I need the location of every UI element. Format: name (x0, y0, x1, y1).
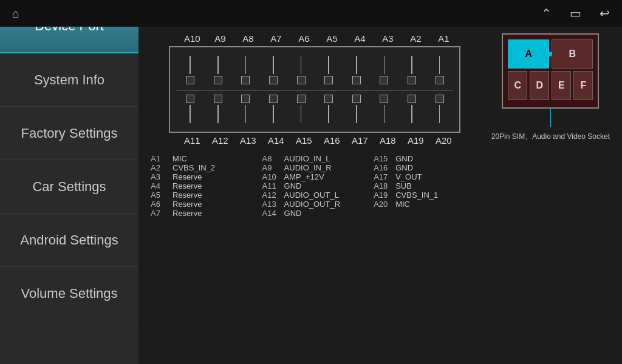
socket-diagram: A B C D E F (502, 33, 599, 109)
socket-row-1: A B (508, 39, 593, 69)
pin-entry: A17V_OUT (374, 172, 479, 181)
sidebar-item-android-settings[interactable]: Android Settings (0, 214, 138, 267)
socket-cell-f[interactable]: F (573, 71, 593, 100)
pin-cell (259, 95, 287, 123)
pin-cell (398, 56, 426, 84)
pin-cell (176, 56, 204, 84)
pin-legend: A1MIC A2CVBS_IN_2 A3Reserve A4Reserve A5… (151, 154, 479, 218)
sidebar-item-car-settings[interactable]: Car Settings (0, 160, 138, 214)
pin-cell (343, 56, 371, 84)
up-icon[interactable]: ⌃ (541, 6, 552, 21)
pin-entry: A10AMP_+12V (262, 172, 368, 181)
socket-area: A B C D E F 20Pin SIM、Audio and Video So… (491, 33, 610, 142)
pin-entry: A19CVBS_IN_1 (374, 190, 479, 200)
pin-cell (204, 95, 232, 123)
pin-cell (343, 95, 371, 123)
pin-cell (204, 56, 232, 84)
sidebar-item-factory-settings[interactable]: Factory Settings (0, 107, 138, 160)
connector-box (169, 46, 460, 133)
pin-entry: A7Reserve (151, 209, 256, 218)
pin-cell (315, 95, 343, 123)
pin-cell (232, 56, 260, 84)
sidebar-item-system-info[interactable]: System Info (0, 53, 138, 107)
socket-cell-c[interactable]: C (508, 71, 527, 100)
pin-cell (315, 56, 343, 84)
pin-entry: A3Reserve (151, 172, 256, 181)
topbar: ⌂ ⌃ ▭ ↩ (0, 0, 622, 27)
sidebar: Device Port System Info Factory Settings… (0, 0, 138, 364)
pin-cell (259, 56, 287, 84)
bottom-labels: A11 A12 A13 A14 A15 A16 A17 A18 A19 A20 (151, 135, 479, 146)
main-content: A10 A9 A8 A7 A6 A5 A4 A3 A2 A1 (138, 0, 622, 364)
pin-cell (371, 56, 398, 84)
pin-entry: A16GND (374, 163, 479, 172)
back-icon[interactable]: ↩ (600, 6, 610, 21)
pin-legend-col2: A8AUDIO_IN_L A9AUDIO_IN_R A10AMP_+12V A1… (262, 154, 368, 218)
socket-connection-line (550, 109, 552, 127)
pin-entry: A4Reserve (151, 181, 256, 190)
pin-cell (371, 95, 398, 123)
socket-cell-d[interactable]: D (530, 71, 549, 100)
pin-entry: A13AUDIO_OUT_R (262, 200, 368, 209)
connector-diagram: A10 A9 A8 A7 A6 A5 A4 A3 A2 A1 (151, 33, 479, 218)
pin-entry: A15GND (374, 154, 479, 163)
pin-entry: A11GND (262, 181, 368, 190)
pin-cell (287, 56, 315, 84)
pin-legend-col3: A15GND A16GND A17V_OUT A18SUB A19CVBS_IN… (374, 154, 479, 218)
pin-cell (232, 95, 260, 123)
socket-row-2: C D E F (508, 71, 593, 100)
pin-entry: A8AUDIO_IN_L (262, 154, 368, 163)
socket-cell-e[interactable]: E (552, 71, 571, 100)
pin-entry: A12AUDIO_OUT_L (262, 190, 368, 200)
pin-entry: A6Reserve (151, 200, 256, 209)
window-icon[interactable]: ▭ (570, 6, 581, 21)
top-labels: A10 A9 A8 A7 A6 A5 A4 A3 A2 A1 (151, 33, 479, 44)
sidebar-item-volume-settings[interactable]: Volume Settings (0, 267, 138, 320)
pin-cell (426, 56, 454, 84)
pin-legend-col1: A1MIC A2CVBS_IN_2 A3Reserve A4Reserve A5… (151, 154, 256, 218)
pin-cell (398, 95, 426, 123)
pin-cell (287, 95, 315, 123)
pin-entry: A1MIC (151, 154, 256, 163)
bottom-pin-row (176, 91, 453, 127)
pin-entry: A5Reserve (151, 190, 256, 200)
socket-cell-a[interactable]: A (508, 39, 549, 69)
pin-entry: A20MIC (374, 200, 479, 209)
pin-cell (426, 95, 454, 123)
socket-cell-b[interactable]: B (552, 39, 593, 69)
pin-cell (176, 95, 204, 123)
socket-label: 20Pin SIM、Audio and Video Socket (491, 132, 610, 142)
pin-entry: A9AUDIO_IN_R (262, 163, 368, 172)
home-icon[interactable]: ⌂ (12, 7, 19, 21)
pin-entry: A18SUB (374, 181, 479, 190)
top-pin-row (176, 52, 453, 91)
pin-entry: A2CVBS_IN_2 (151, 163, 256, 172)
pin-entry: A14GND (262, 209, 368, 218)
